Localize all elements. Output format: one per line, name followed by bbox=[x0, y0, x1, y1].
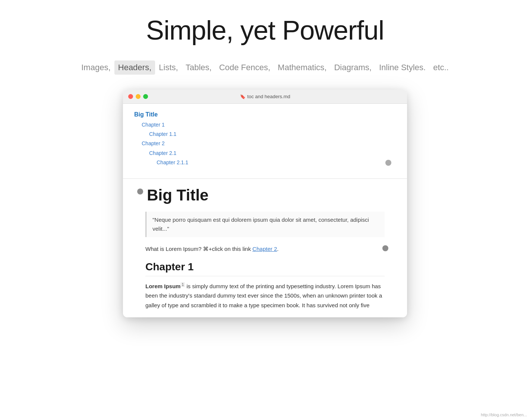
tag-mathematics[interactable]: Mathematics, bbox=[274, 60, 330, 75]
page-title: Simple, yet Powerful bbox=[0, 0, 530, 53]
blockquote: "Neque porro quisquam est qui dolorem ip… bbox=[145, 212, 385, 237]
tag-headers[interactable]: Headers, bbox=[114, 60, 155, 75]
tag-lists[interactable]: Lists, bbox=[155, 60, 182, 75]
toc-chapter1[interactable]: Chapter 1 bbox=[134, 120, 396, 130]
toc-chapter2-1[interactable]: Chapter 2.1 bbox=[134, 149, 396, 158]
scrollbar-indicator bbox=[385, 160, 391, 166]
paragraph-lorem-intro: What is Lorem Ipsum? ⌘+click on this lin… bbox=[145, 245, 385, 253]
scroll-dot-right bbox=[382, 245, 388, 251]
tag-diagrams[interactable]: Diagrams, bbox=[330, 60, 375, 75]
minimize-button[interactable] bbox=[136, 94, 141, 99]
window-filename: toc and headers.md bbox=[247, 94, 290, 99]
chapter1-body: Lorem Ipsum1 is simply dummy text of the… bbox=[145, 281, 385, 310]
paragraph-end: . bbox=[277, 246, 278, 252]
traffic-lights bbox=[128, 94, 148, 99]
tag-code-fences[interactable]: Code Fences, bbox=[215, 60, 274, 75]
scroll-dot-left bbox=[137, 189, 143, 195]
mac-window: 🔖 toc and headers.md Big Title Chapter 1… bbox=[123, 90, 407, 317]
footnote-1: 1 bbox=[181, 282, 185, 287]
tag-inline-styles[interactable]: Inline Styles. bbox=[375, 60, 429, 75]
toc-big-title[interactable]: Big Title bbox=[134, 111, 396, 118]
file-icon: 🔖 bbox=[240, 94, 246, 99]
window-content: Big Title Chapter 1 Chapter 1.1 Chapter … bbox=[123, 104, 407, 317]
title-bar: 🔖 toc and headers.md bbox=[123, 90, 407, 104]
maximize-button[interactable] bbox=[143, 94, 148, 99]
watermark: http://blog.csdn.net/ben... bbox=[481, 413, 527, 417]
tag-tables[interactable]: Tables, bbox=[182, 60, 215, 75]
chapter2-link[interactable]: Chapter 2 bbox=[252, 246, 277, 252]
toc-section: Big Title Chapter 1 Chapter 1.1 Chapter … bbox=[134, 111, 396, 175]
content-big-title: Big Title bbox=[145, 186, 385, 204]
paragraph-text: What is Lorem Ipsum? ⌘+click on this lin… bbox=[145, 246, 251, 252]
main-content: Big Title "Neque porro quisquam est qui … bbox=[134, 179, 396, 318]
lorem-ipsum-bold: Lorem Ipsum bbox=[145, 283, 181, 289]
tag-images[interactable]: Images, bbox=[78, 60, 114, 75]
toc-chapter2-1-1[interactable]: Chapter 2.1.1 bbox=[134, 158, 396, 167]
feature-tags-row: Images, Headers, Lists, Tables, Code Fen… bbox=[0, 53, 530, 86]
chapter1-heading: Chapter 1 bbox=[145, 261, 385, 276]
tag-etc[interactable]: etc.. bbox=[429, 60, 453, 75]
toc-chapter2[interactable]: Chapter 2 bbox=[134, 139, 396, 148]
close-button[interactable] bbox=[128, 94, 133, 99]
window-title: 🔖 toc and headers.md bbox=[240, 94, 290, 99]
toc-chapter1-1[interactable]: Chapter 1.1 bbox=[134, 130, 396, 139]
